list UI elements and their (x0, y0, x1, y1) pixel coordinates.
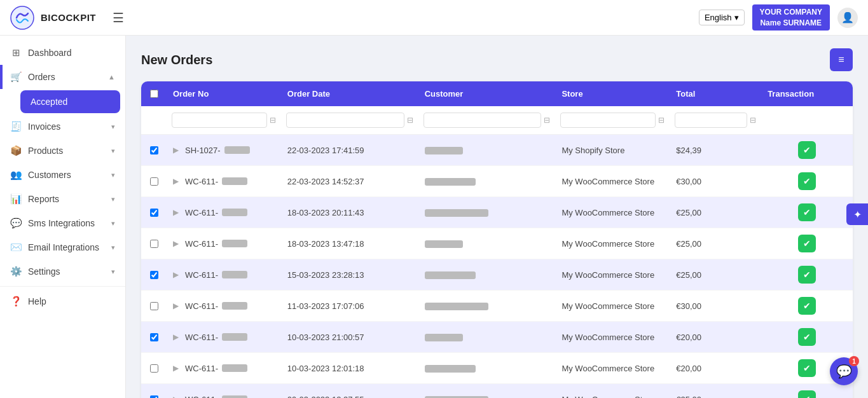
row-checkbox[interactable] (150, 333, 158, 341)
filter-cell-customer: ⊟ (418, 110, 556, 130)
order-no-blurred (222, 240, 247, 247)
row-checkbox-cell (141, 358, 167, 379)
row-order-no: ▶ WC-611- (167, 264, 281, 286)
filter-customer[interactable] (424, 113, 542, 128)
sidebar-item-email[interactable]: ✉️ Email Integrations ▾ (0, 235, 125, 259)
th-order-date: Order Date (281, 81, 418, 106)
products-icon: 📦 (10, 145, 22, 156)
row-customer (418, 139, 556, 161)
chat-icon: 💬 (836, 364, 852, 379)
filter-cell-total: ⊟ (670, 110, 761, 130)
row-checkbox-cell (141, 264, 167, 285)
page-title: New Orders (141, 53, 212, 67)
filter-order-no[interactable] (172, 113, 267, 128)
customer-blurred (425, 178, 476, 186)
th-store: Store (555, 81, 670, 106)
orders-icon: 🛒 (10, 71, 22, 83)
email-icon: ✉️ (10, 242, 22, 253)
expand-icon[interactable]: ▶ (173, 395, 179, 398)
transaction-icon[interactable]: ✔ (798, 328, 816, 346)
row-checkbox[interactable] (150, 271, 158, 279)
sidebar-label-settings: Settings (28, 266, 105, 277)
row-transaction: ✔ (761, 135, 853, 165)
transaction-icon[interactable]: ✔ (798, 141, 816, 159)
expand-icon[interactable]: ▶ (173, 333, 179, 341)
row-checkbox[interactable] (150, 240, 158, 248)
expand-icon[interactable]: ▶ (173, 239, 179, 248)
theme-icon: ✦ (853, 209, 862, 221)
row-total: €20,00 (670, 326, 761, 348)
filter-icon-order-no[interactable]: ⊟ (270, 116, 276, 125)
filter-icon-customer[interactable]: ⊟ (544, 116, 550, 125)
transaction-icon[interactable]: ✔ (798, 390, 816, 398)
row-customer (418, 388, 556, 399)
chevron-down-icon-sms: ▾ (111, 219, 115, 228)
customer-blurred (425, 147, 463, 154)
sidebar-item-reports[interactable]: 📊 Reports ▾ (0, 187, 125, 211)
sidebar-item-invoices[interactable]: 🧾 Invoices ▾ (0, 114, 125, 139)
transaction-icon[interactable]: ✔ (798, 297, 816, 315)
user-icon: 👤 (841, 11, 854, 24)
chevron-down-icon-products: ▾ (111, 147, 115, 155)
expand-icon[interactable]: ▶ (173, 364, 179, 373)
sidebar-item-settings[interactable]: ⚙️ Settings ▾ (0, 259, 125, 284)
chat-bubble-button[interactable]: 💬 1 (830, 357, 858, 385)
row-customer (418, 326, 556, 348)
filter-icon-order-date[interactable]: ⊟ (407, 116, 413, 125)
row-checkbox[interactable] (150, 177, 158, 186)
table-row: ▶ WC-611- 11-03-2023 17:07:06 My WooComm… (141, 291, 853, 322)
customer-blurred (425, 271, 476, 279)
sidebar-item-dashboard[interactable]: ⊞ Dashboard (0, 41, 125, 65)
company-name-line2: Name SURNAME (760, 18, 822, 29)
filter-cell-order-no: ⊟ (167, 110, 281, 130)
table-row: ▶ WC-611- 10-03-2023 12:01:18 My WooComm… (141, 353, 853, 384)
filter-cell-transaction (761, 110, 853, 130)
order-no-blurred (222, 177, 247, 185)
row-checkbox[interactable] (150, 395, 158, 399)
sidebar-item-products[interactable]: 📦 Products ▾ (0, 139, 125, 163)
transaction-icon[interactable]: ✔ (798, 359, 816, 377)
company-badge: YOUR COMPANY Name SURNAME (752, 4, 830, 31)
row-checkbox[interactable] (150, 302, 158, 310)
row-checkbox[interactable] (150, 364, 158, 373)
theme-toggle-button[interactable]: ✦ (846, 203, 868, 225)
table-menu-button[interactable]: ≡ (830, 48, 853, 71)
user-avatar-button[interactable]: 👤 (837, 8, 858, 28)
filter-icon-total[interactable]: ⊟ (750, 116, 756, 125)
transaction-icon[interactable]: ✔ (798, 172, 816, 190)
sidebar-item-help[interactable]: ❓ Help (0, 289, 125, 313)
filter-store[interactable] (560, 113, 656, 128)
th-customer: Customer (418, 81, 556, 106)
row-store: My WooCommerce Store (555, 264, 670, 286)
row-checkbox[interactable] (150, 209, 158, 217)
order-no-blurred (222, 209, 247, 216)
filter-icon-store[interactable]: ⊟ (658, 116, 665, 125)
transaction-icon[interactable]: ✔ (798, 235, 816, 252)
sidebar-item-customers[interactable]: 👥 Customers ▾ (0, 163, 125, 187)
expand-icon[interactable]: ▶ (173, 208, 179, 217)
expand-icon[interactable]: ▶ (173, 146, 179, 154)
filter-order-date[interactable] (286, 113, 404, 128)
sidebar-item-sms[interactable]: 💬 Sms Integrations ▾ (0, 211, 125, 235)
filter-cell-store: ⊟ (555, 110, 670, 130)
sidebar-item-accepted[interactable]: Accepted (20, 90, 120, 113)
order-no-text: WC-611- (185, 364, 218, 373)
row-transaction: ✔ (761, 384, 853, 398)
row-transaction: ✔ (761, 166, 853, 196)
expand-icon[interactable]: ▶ (173, 270, 179, 279)
expand-icon[interactable]: ▶ (173, 301, 179, 310)
row-total: €30,00 (670, 295, 761, 317)
transaction-icon[interactable]: ✔ (798, 203, 816, 221)
expand-icon[interactable]: ▶ (173, 177, 179, 186)
filter-total[interactable] (675, 113, 747, 128)
select-all-checkbox[interactable] (150, 90, 158, 98)
row-order-no: ▶ WC-611- (167, 202, 281, 224)
language-selector[interactable]: English ▾ (699, 10, 745, 25)
row-transaction: ✔ (761, 259, 853, 290)
row-checkbox[interactable] (150, 146, 158, 154)
row-order-date: 10-03-2023 12:01:18 (281, 357, 418, 380)
transaction-icon[interactable]: ✔ (798, 266, 816, 284)
filter-cell-check (141, 110, 167, 130)
hamburger-button[interactable]: ☰ (113, 10, 124, 25)
sidebar-item-orders[interactable]: 🛒 Orders ▲ (0, 65, 125, 89)
